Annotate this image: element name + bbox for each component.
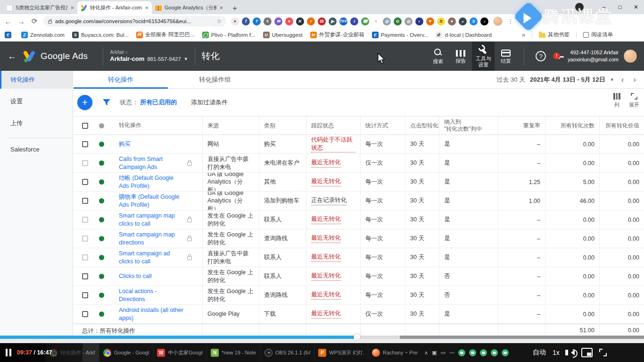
- taskbar-item[interactable]: W 中小卖家Google...: [153, 343, 206, 362]
- minimize-button[interactable]: –: [596, 0, 612, 14]
- ext-mask[interactable]: ◒: [459, 17, 467, 25]
- reload-icon[interactable]: ⟳: [30, 17, 39, 25]
- col-header[interactable]: 来源: [202, 117, 259, 135]
- bookmark-item[interactable]: U Ubersuggest: [263, 32, 303, 38]
- conversion-action-link[interactable]: 購物車 (Default Google Ads Profile): [119, 193, 184, 209]
- new-tab-button[interactable]: +: [229, 3, 240, 14]
- tray-chevron-icon[interactable]: ∧: [424, 350, 428, 356]
- wechat-tray-icon[interactable]: [502, 349, 509, 356]
- browser-tab[interactable]: S类独立站卖家广告投放课程 ×: [3, 1, 77, 14]
- tracking-status-cell[interactable]: 最近无转化: [311, 253, 341, 261]
- tracking-status-cell[interactable]: 正在记录转化: [311, 196, 347, 205]
- quality-button[interactable]: 自动: [533, 348, 546, 357]
- bookmark-item[interactable]: E Payments - Overv...: [372, 32, 429, 38]
- user-avatar[interactable]: [623, 49, 637, 63]
- ext-grammarly[interactable]: G: [394, 17, 402, 25]
- tab-close-icon[interactable]: ×: [70, 5, 74, 11]
- tracking-status-cell[interactable]: 最近无转化: [311, 272, 341, 280]
- browser-profile-avatar[interactable]: [493, 17, 503, 26]
- sidebar-item-salesforce[interactable]: Salesforce: [0, 140, 73, 158]
- bookmark-item[interactable]: E: [5, 32, 14, 38]
- wechat-tray-icon[interactable]: [458, 349, 465, 356]
- col-header[interactable]: 所有转化价值: [599, 117, 644, 135]
- tracking-status-cell[interactable]: 最近无转化: [311, 291, 341, 299]
- pause-button[interactable]: [6, 349, 11, 356]
- row-checkbox[interactable]: [82, 292, 88, 298]
- tracking-status-cell[interactable]: 最近无转化: [311, 177, 341, 186]
- expand-button[interactable]: 展开: [629, 93, 639, 109]
- col-header[interactable]: 转化操作: [119, 122, 184, 129]
- row-checkbox[interactable]: [82, 273, 88, 279]
- reading-list[interactable]: 阅读清单: [583, 31, 613, 38]
- ext-pokeball[interactable]: ●: [285, 17, 293, 25]
- bookmark-item[interactable]: ◯ Plivo - Platform f...: [202, 32, 256, 38]
- ext-translate[interactable]: T: [253, 17, 261, 25]
- content-tab[interactable]: 转化操作: [74, 71, 168, 88]
- ext-doc-search[interactable]: ◎: [383, 17, 391, 25]
- date-caret-icon[interactable]: ▼: [610, 77, 614, 82]
- taskbar-item[interactable]: N *new 19 - Note...: [206, 343, 260, 362]
- col-header[interactable]: 重复率: [498, 117, 545, 135]
- account-selector[interactable]: Arkfair › Arkfair-com881-557-9427▼: [110, 49, 188, 63]
- player-progress-bar[interactable]: [0, 336, 644, 339]
- header-nav-item[interactable]: 报告: [449, 42, 472, 71]
- row-checkbox[interactable]: [82, 160, 88, 166]
- tracking-status-cell[interactable]: 最近无转化: [311, 310, 341, 318]
- back-icon[interactable]: ←: [4, 17, 12, 25]
- tab-close-icon[interactable]: ×: [219, 5, 223, 11]
- ext-facebook[interactable]: f: [242, 17, 250, 25]
- browser-menu-icon[interactable]: ⋮: [507, 18, 513, 25]
- ext-similarweb[interactable]: S: [437, 17, 445, 25]
- col-header[interactable]: 跟踪状态: [306, 117, 360, 135]
- content-tab[interactable]: 转化操作组: [168, 71, 262, 88]
- header-nav-item[interactable]: 工具与 设置: [472, 42, 495, 71]
- filter-status-value[interactable]: 所有已启用的: [140, 98, 177, 107]
- row-checkbox[interactable]: [82, 217, 88, 223]
- speed-button[interactable]: 1x: [553, 349, 560, 356]
- row-checkbox[interactable]: [82, 236, 88, 242]
- conversion-action-link[interactable]: 购买: [119, 140, 184, 148]
- col-header[interactable]: 所有转化次数: [545, 117, 599, 135]
- conversion-action-link[interactable]: Calls from Smart Campaign Ads: [119, 155, 184, 171]
- conversion-action-link[interactable]: Smart campaign ad clicks to call: [119, 250, 184, 265]
- close-button[interactable]: ✕: [628, 0, 644, 14]
- add-filter-button[interactable]: 添加过滤条件: [191, 98, 228, 107]
- add-conversion-button[interactable]: +: [77, 95, 92, 110]
- conversion-action-link[interactable]: Smart campaign map directions: [119, 231, 184, 246]
- conversion-action-link[interactable]: Smart campaign map clicks to call: [119, 212, 184, 227]
- address-bar[interactable]: ads.google.com/aw/conversions?ocid=61534…: [43, 16, 226, 26]
- maximize-button[interactable]: □: [612, 0, 628, 14]
- browser-tab[interactable]: 转化操作 - Arkfair-com - Goog ×: [77, 1, 152, 14]
- sidebar-item[interactable]: 上传: [0, 114, 73, 132]
- row-checkbox[interactable]: [82, 141, 88, 147]
- ext-share[interactable]: ▶: [329, 17, 337, 25]
- ext-magnifier[interactable]: ◎: [405, 17, 413, 25]
- ext-red-ring[interactable]: ●: [231, 17, 239, 25]
- col-header[interactable]: 点击型转化时间范围: [405, 117, 439, 135]
- ext-mail[interactable]: ✉: [274, 17, 282, 25]
- row-checkbox[interactable]: [82, 198, 88, 204]
- ext-globe[interactable]: ◐: [415, 17, 423, 25]
- ext-lightning[interactable]: ϟ: [264, 17, 272, 25]
- row-checkbox[interactable]: [82, 179, 88, 185]
- select-all-checkbox[interactable]: [82, 123, 88, 129]
- sidebar-item[interactable]: 设置: [0, 93, 73, 110]
- ext-outline[interactable]: ○: [372, 17, 380, 25]
- ext-tb[interactable]: tb: [318, 17, 326, 25]
- fullscreen-icon[interactable]: [599, 349, 607, 356]
- bookmark-item[interactable]: S Buyaccs.com: Bul...: [72, 32, 129, 38]
- date-range-picker[interactable]: 过去 30 天 2021年 4月 13日 - 5月 12日 ▼ ‹ ›: [496, 71, 638, 89]
- taskbar-item[interactable]: P WPS演示 幻灯片...: [314, 343, 368, 362]
- help-icon[interactable]: ?: [536, 51, 546, 61]
- ext-carrot[interactable]: ▼: [426, 17, 434, 25]
- tracking-status-cell[interactable]: 最近无转化: [311, 234, 341, 243]
- ext-tff[interactable]: TFF: [339, 17, 347, 25]
- conversion-action-link[interactable]: Clicks to call: [119, 272, 184, 280]
- ext-s-blue[interactable]: S: [470, 17, 478, 25]
- conversion-action-link[interactable]: Android installs (all other apps): [119, 306, 184, 322]
- other-bookmarks[interactable]: 其他书签: [539, 31, 570, 38]
- volume-icon[interactable]: [568, 350, 575, 355]
- date-prev-icon[interactable]: ‹: [619, 75, 627, 84]
- ext-keepa[interactable]: K: [296, 17, 304, 25]
- header-nav-item[interactable]: 结算: [495, 42, 517, 71]
